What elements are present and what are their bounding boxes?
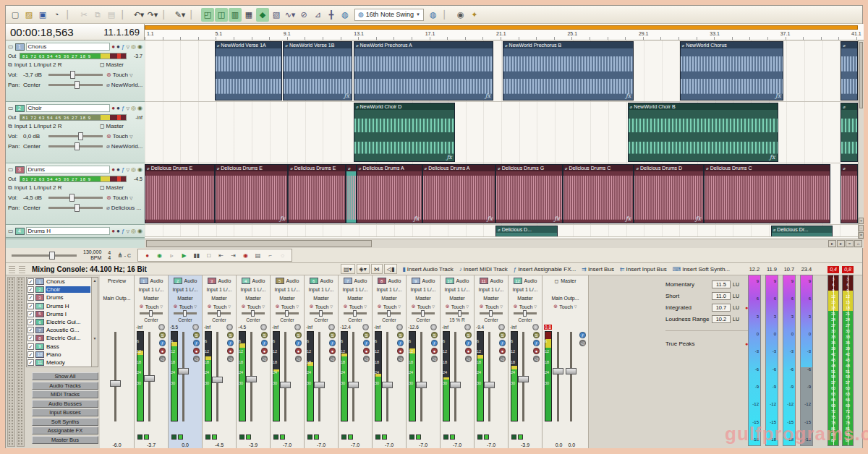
channel-input[interactable]: Input 1 L/... bbox=[271, 285, 304, 294]
pan-thumb[interactable] bbox=[251, 310, 255, 317]
eq-knob-icon[interactable] bbox=[532, 324, 539, 330]
eq-knob-icon[interactable] bbox=[396, 324, 403, 330]
open-icon[interactable]: ▨ bbox=[22, 8, 35, 22]
pan-thumb[interactable] bbox=[353, 310, 357, 317]
monitor-icon[interactable]: ◁ bbox=[465, 356, 472, 362]
filter-button[interactable]: Audio Tracks bbox=[32, 382, 98, 390]
input-routing-icon[interactable]: ⧉ bbox=[8, 184, 12, 192]
volume-slider-thumb[interactable] bbox=[70, 71, 75, 79]
track-visible-checkbox[interactable]: ✓ bbox=[27, 335, 34, 341]
track-input-value[interactable]: Input 1 L/Input 2 R bbox=[14, 184, 62, 191]
volume-slider[interactable] bbox=[48, 135, 103, 137]
record-arm-icon[interactable]: ● bbox=[227, 348, 234, 354]
audio-clip[interactable]: ⌀Delicious Drums E ƒx bbox=[215, 164, 289, 223]
object-mode-icon[interactable]: ◆ bbox=[256, 8, 269, 22]
mute-button[interactable] bbox=[205, 434, 210, 440]
track-fx-icon[interactable]: ƒ bbox=[122, 228, 124, 234]
save-icon[interactable]: ▣ bbox=[36, 8, 49, 22]
zoom-preset-button[interactable]: = bbox=[846, 240, 854, 247]
active-button[interactable] bbox=[348, 434, 353, 440]
volume-slider-thumb[interactable] bbox=[69, 194, 75, 202]
channel-input[interactable]: Input 1 L/... bbox=[373, 285, 406, 294]
channel-input[interactable]: Input 1 L/... bbox=[407, 285, 440, 294]
fader-thumb[interactable] bbox=[144, 375, 155, 382]
fx-icon[interactable]: ƒ bbox=[533, 340, 540, 346]
separator[interactable]: ▏ bbox=[119, 8, 132, 22]
track-header[interactable]: ▭ 1 Chorus ● ● ƒ ▽ ◎ ◉ Out 81 72 63 54 4… bbox=[6, 40, 145, 102]
fx-icon[interactable]: ƒ bbox=[159, 340, 166, 346]
new-project-icon[interactable]: ▢ bbox=[9, 8, 22, 22]
track-fx-icon[interactable]: ƒ bbox=[122, 106, 124, 111]
audio-clip[interactable]: ⌀ bbox=[841, 41, 858, 100]
pan-slider[interactable] bbox=[242, 312, 265, 314]
filter-button[interactable]: Assignable FX bbox=[32, 427, 98, 434]
fx-icon[interactable]: ƒ bbox=[465, 340, 472, 346]
stop-button[interactable]: □ bbox=[203, 250, 214, 260]
record-arm-icon[interactable]: ● bbox=[111, 106, 115, 111]
scroll-end-button[interactable]: ▸ bbox=[837, 240, 845, 247]
track-fx-icon[interactable]: ƒ bbox=[122, 167, 124, 173]
track-monitor-icon[interactable]: ▭ bbox=[8, 105, 14, 111]
fader-thumb[interactable] bbox=[566, 368, 576, 374]
track-list-name[interactable]: Drums bbox=[46, 294, 90, 301]
pan-thumb[interactable] bbox=[387, 310, 391, 317]
record-button[interactable]: ● bbox=[142, 250, 153, 260]
audio-clip[interactable]: ⌀Delicious Dr... bbox=[771, 226, 833, 237]
fader-thumb[interactable] bbox=[416, 382, 427, 388]
channel-input[interactable]: Input 1 L/... bbox=[237, 285, 270, 294]
insert-track-button[interactable]: ⇇Insert Input Bus bbox=[618, 266, 668, 273]
solo-icon[interactable]: S bbox=[193, 332, 200, 338]
eq-knob-icon[interactable] bbox=[158, 324, 165, 330]
track-visible-checkbox[interactable]: ✓ bbox=[27, 327, 34, 333]
mute-button[interactable] bbox=[477, 434, 482, 440]
audio-clip[interactable]: ⌀Delicious Drums A ƒx bbox=[357, 164, 422, 223]
pan-slider[interactable] bbox=[514, 312, 537, 314]
preview-output[interactable]: Main Outp... bbox=[100, 294, 134, 302]
play-button[interactable]: ▶ bbox=[179, 250, 190, 260]
track-list-name[interactable]: Drums I bbox=[46, 311, 90, 317]
track-list-item[interactable]: ✓ 4 Drums H bbox=[27, 302, 91, 310]
mute-button[interactable] bbox=[137, 434, 142, 440]
solo-icon[interactable]: S bbox=[261, 332, 268, 338]
help-icon[interactable]: ◉ bbox=[454, 8, 467, 22]
audio-clip[interactable]: ⌀ bbox=[841, 103, 858, 162]
track-output[interactable]: ◻Master bbox=[100, 184, 124, 191]
groove-icon[interactable]: ◍ bbox=[339, 8, 352, 22]
filter-button[interactable]: Audio Busses bbox=[32, 400, 98, 408]
record-arm-icon[interactable]: ● bbox=[111, 44, 115, 50]
channel-output[interactable]: Master bbox=[373, 294, 406, 302]
auto-save-icon[interactable]: ◔ bbox=[50, 8, 63, 22]
active-button[interactable] bbox=[212, 434, 217, 440]
input-routing-icon[interactable]: ⧉ bbox=[8, 123, 12, 130]
channel-output[interactable]: Master bbox=[169, 294, 202, 302]
channel-output[interactable]: Master bbox=[305, 294, 338, 302]
channel-fader[interactable] bbox=[386, 332, 388, 421]
mute-icon[interactable]: ● bbox=[116, 228, 120, 234]
panel-drag-handle[interactable] bbox=[7, 277, 15, 447]
track-output[interactable]: ◻Master bbox=[100, 123, 124, 129]
record-arm-icon[interactable]: ● bbox=[533, 348, 540, 354]
pan-slider[interactable] bbox=[378, 312, 401, 314]
track-list-name[interactable]: Choir bbox=[46, 286, 90, 293]
pan-slider[interactable] bbox=[446, 312, 469, 314]
split-icon[interactable]: ⊿ bbox=[311, 8, 324, 22]
volume-automation[interactable]: ⊛Touch▽ bbox=[106, 194, 142, 201]
pause-button[interactable]: ▮▮ bbox=[191, 250, 202, 260]
channel-input[interactable]: Input 1 L/... bbox=[339, 285, 372, 294]
mute-button[interactable] bbox=[273, 434, 278, 440]
pan-slider-thumb[interactable] bbox=[75, 142, 80, 150]
active-button[interactable] bbox=[144, 434, 149, 440]
record-arm-icon[interactable]: ● bbox=[329, 348, 336, 354]
record-arm-icon[interactable]: ● bbox=[363, 348, 370, 354]
eq-knob-icon[interactable] bbox=[192, 324, 199, 330]
mute-icon[interactable]: ● bbox=[116, 167, 120, 173]
separator[interactable]: ▏ bbox=[64, 8, 77, 22]
copy-icon[interactable]: ⧉ bbox=[91, 8, 104, 22]
insert-track-button[interactable]: ⌨Insert Soft Synth... bbox=[671, 266, 731, 273]
chevron-down-icon[interactable]: ▽ bbox=[126, 106, 129, 111]
track-visible-checkbox[interactable]: ✓ bbox=[27, 351, 34, 358]
solo-icon[interactable]: S bbox=[397, 332, 404, 338]
track-list-item[interactable]: ✓ 8 Electric Gui... bbox=[27, 334, 91, 342]
monitor-icon[interactable]: ◁ bbox=[533, 356, 540, 362]
speed-slider-thumb[interactable] bbox=[49, 252, 55, 260]
